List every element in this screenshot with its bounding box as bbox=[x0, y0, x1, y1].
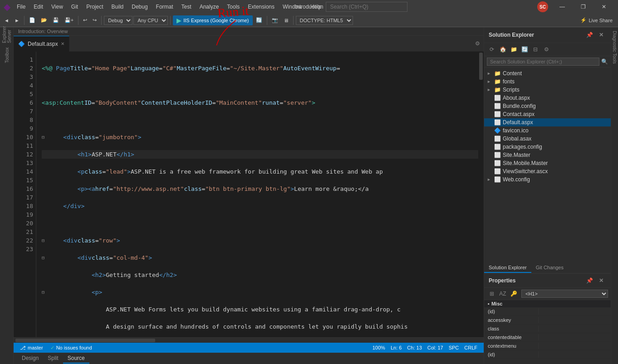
open-button[interactable]: 📂 bbox=[39, 16, 49, 24]
menu-git[interactable]: Git bbox=[68, 2, 82, 12]
tree-item-viewswitcher[interactable]: ⬜ ViewSwitcher.ascx bbox=[484, 167, 611, 175]
file-icon: ⬜ bbox=[494, 119, 501, 126]
tab-design[interactable]: Design bbox=[17, 354, 43, 364]
menu-debug[interactable]: Debug bbox=[128, 2, 151, 12]
se-tb-refresh[interactable]: 🔄 bbox=[520, 44, 530, 54]
tree-item-content[interactable]: ► 📁 Content bbox=[484, 69, 611, 78]
tree-item-sitemaster[interactable]: ⬜ Site.Master bbox=[484, 151, 611, 159]
prop-value-accesskey[interactable] bbox=[539, 317, 546, 323]
liveshare-button[interactable]: ⚡ Live Share bbox=[577, 16, 616, 24]
prop-close-icon[interactable]: ✕ bbox=[596, 276, 606, 286]
search-input[interactable] bbox=[326, 2, 407, 12]
se-tab-git[interactable]: Git Changes bbox=[531, 263, 568, 273]
se-tree: ► 📁 Content ► 📁 fonts ► 📁 Scripts ⬜ Abou… bbox=[484, 68, 611, 263]
tree-item-packages[interactable]: ⬜ packages.config bbox=[484, 143, 611, 151]
no-issues-indicator[interactable]: ✓ No issues found bbox=[48, 343, 95, 353]
diagnostic-tools-icon[interactable]: Diagnostic Tools bbox=[611, 29, 618, 66]
prop-sort-icon[interactable]: ⊞ bbox=[487, 289, 497, 299]
zoom-indicator[interactable]: 100% bbox=[370, 343, 388, 353]
se-close-icon[interactable]: ✕ bbox=[596, 30, 606, 40]
toolbox-icon[interactable]: Toolbox bbox=[1, 50, 12, 61]
tree-item-global[interactable]: ⬜ Global.asax bbox=[484, 135, 611, 143]
scrollbar-thumb[interactable] bbox=[479, 53, 483, 80]
redo-button[interactable]: ↪ bbox=[90, 16, 99, 24]
tab-source[interactable]: Source bbox=[63, 354, 89, 364]
menu-tools[interactable]: Tools bbox=[223, 2, 243, 12]
element-dropdown[interactable]: <H1> bbox=[521, 290, 608, 298]
close-tab-icon[interactable]: ✕ bbox=[61, 41, 64, 46]
se-tab-solution[interactable]: Solution Explorer bbox=[484, 263, 531, 273]
run-button[interactable]: ▶ IIS Express (Google Chrome) bbox=[173, 15, 252, 25]
menu-build[interactable]: Build bbox=[108, 2, 128, 12]
close-button[interactable]: ✕ bbox=[593, 0, 614, 14]
menu-format[interactable]: Format bbox=[152, 2, 177, 12]
tree-item-sitemobile[interactable]: ⬜ Site.Mobile.Master bbox=[484, 159, 611, 167]
se-tb-sync[interactable]: ⟳ bbox=[487, 44, 497, 54]
se-tb-collapse[interactable]: ⊟ bbox=[530, 44, 540, 54]
folder-icon: 📁 bbox=[494, 87, 501, 93]
vertical-scrollbar[interactable] bbox=[478, 52, 484, 337]
line-indicator[interactable]: Ln: 6 bbox=[388, 343, 404, 353]
tree-item-webconfig[interactable]: ► ⬜ Web.config bbox=[484, 175, 611, 184]
monitor-button[interactable]: 🖥 bbox=[281, 16, 291, 24]
prop-value-contenteditable[interactable] bbox=[539, 334, 546, 340]
se-search-icon[interactable]: 🔍 bbox=[601, 58, 608, 65]
file-tab-default-aspx[interactable]: 🔷 Default.aspx ✕ bbox=[14, 36, 69, 52]
window-controls: — ❐ ✕ bbox=[552, 0, 614, 14]
prop-category-misc[interactable]: ▪ Misc bbox=[484, 300, 611, 307]
save-all-button[interactable]: 💾+ bbox=[62, 16, 76, 24]
menu-view[interactable]: View bbox=[48, 2, 67, 12]
char-indicator[interactable]: Ch: 13 bbox=[404, 343, 424, 353]
play-icon: ▶ bbox=[177, 17, 181, 24]
save-button[interactable]: 💾 bbox=[50, 16, 61, 24]
crlf-indicator[interactable]: CRLF bbox=[461, 343, 480, 353]
undo-button[interactable]: ↩ bbox=[81, 16, 89, 24]
spc-indicator[interactable]: SPC bbox=[446, 343, 462, 353]
back-button[interactable]: ◄ bbox=[2, 16, 11, 24]
prop-az-icon[interactable]: AZ bbox=[498, 289, 508, 299]
se-search-bar: 🔍 bbox=[484, 56, 611, 68]
prop-filter-icon[interactable]: 🔑 bbox=[509, 289, 519, 299]
menu-extensions[interactable]: Extensions bbox=[244, 2, 278, 12]
se-pin-icon[interactable]: 📌 bbox=[584, 30, 594, 40]
menu-project[interactable]: Project bbox=[83, 2, 107, 12]
col-indicator[interactable]: Col: 17 bbox=[425, 343, 446, 353]
prop-value-class[interactable] bbox=[539, 325, 546, 332]
tree-item-contact[interactable]: ⬜ Contact.aspx bbox=[484, 110, 611, 118]
debug-config-dropdown[interactable]: Debug bbox=[104, 16, 132, 25]
tree-item-fonts[interactable]: ► 📁 fonts bbox=[484, 78, 611, 86]
se-tb-settings[interactable]: ⚙ bbox=[541, 44, 551, 54]
server-explorer-icon[interactable]: Server Explorer bbox=[1, 29, 12, 40]
prop-value-contextmenu[interactable] bbox=[539, 343, 546, 349]
prop-pin-icon[interactable]: 📌 bbox=[584, 276, 594, 286]
tree-item-favicon[interactable]: 🔷 favicon.ico bbox=[484, 126, 611, 135]
tab-split[interactable]: Split bbox=[43, 354, 63, 364]
cpu-dropdown[interactable]: Any CPU bbox=[133, 16, 168, 25]
git-branch[interactable]: ⎇ master bbox=[17, 343, 46, 353]
code-content[interactable]: <%@ Page Title="Home Page" Language="C#"… bbox=[36, 52, 478, 337]
forward-button[interactable]: ► bbox=[12, 16, 22, 24]
refresh-button[interactable]: 🔄 bbox=[254, 16, 265, 24]
se-tb-folder[interactable]: 📁 bbox=[509, 44, 519, 54]
main-area: Server Explorer Toolbox Introduction: Ov… bbox=[0, 27, 618, 364]
se-tb-home[interactable]: 🏠 bbox=[498, 44, 508, 54]
se-search-input[interactable] bbox=[487, 58, 599, 66]
horizontal-scrollbar[interactable] bbox=[14, 337, 484, 343]
tab-gear-icon[interactable]: ⚙ bbox=[471, 40, 484, 47]
tree-item-bundle[interactable]: ⬜ Bundle.config bbox=[484, 102, 611, 110]
menu-file[interactable]: File bbox=[13, 2, 29, 12]
minimize-button[interactable]: — bbox=[552, 0, 573, 14]
menu-edit[interactable]: Edit bbox=[30, 2, 47, 12]
new-file-button[interactable]: 📄 bbox=[27, 16, 38, 24]
menu-analyze[interactable]: Analyze bbox=[196, 2, 223, 12]
prop-value-id[interactable] bbox=[539, 308, 546, 315]
menu-test[interactable]: Test bbox=[178, 2, 195, 12]
tree-item-scripts[interactable]: ► 📁 Scripts bbox=[484, 86, 611, 94]
doctype-dropdown[interactable]: DOCTYPE: HTML5 bbox=[296, 16, 353, 25]
prop-value-id2[interactable] bbox=[539, 351, 546, 358]
tree-item-default[interactable]: ⬜ Default.aspx bbox=[484, 118, 611, 126]
screenshot-button[interactable]: 📷 bbox=[270, 16, 280, 24]
tree-item-about[interactable]: ⬜ About.aspx bbox=[484, 94, 611, 102]
restore-button[interactable]: ❐ bbox=[573, 0, 593, 14]
separator-2 bbox=[78, 16, 78, 25]
